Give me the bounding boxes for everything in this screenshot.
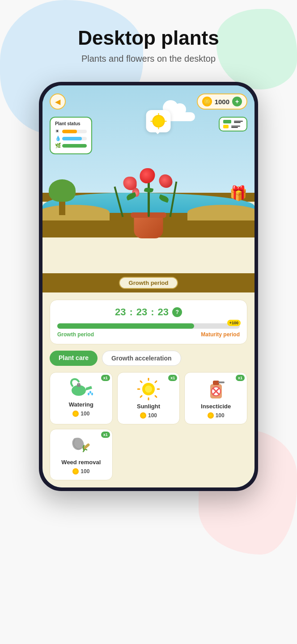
care-item-weed-removal[interactable]: x1 Weed removal 100 [50, 429, 113, 480]
sun-status-icon: ☀ [55, 128, 60, 134]
info-card [219, 117, 247, 131]
care-item-sunlight[interactable]: x1 Sunlight 100 [117, 372, 180, 424]
plant-container [134, 216, 163, 238]
svg-point-1 [89, 391, 91, 394]
sunlight-badge: x1 [168, 375, 177, 381]
maturity-period-label: Maturity period [201, 331, 240, 338]
weed-removal-cost-amount: 100 [81, 468, 89, 475]
svg-point-14 [145, 386, 152, 393]
weed-removal-cost: 100 [72, 468, 89, 475]
app-subtitle: Plants and flowers on the desktop [81, 54, 216, 64]
timer-seconds: 23 [158, 306, 169, 318]
care-items-grid: x1 Watering 100 [50, 372, 247, 424]
plant-status-panel: Plant status ☀ 💧 🌿 [50, 117, 92, 154]
svg-line-11 [155, 381, 157, 382]
care-tabs: Plant care Growth acceleration [50, 351, 247, 366]
growth-progress-bar: +100 [57, 323, 240, 329]
growth-period-label: Growth period [57, 331, 94, 338]
weed-removal-cost-coin [72, 468, 79, 475]
insecticide-name: Insecticide [201, 403, 231, 410]
status-row-water: 💧 [55, 136, 87, 141]
svg-rect-4 [77, 384, 81, 387]
tab-growth-acceleration[interactable]: Growth acceleration [102, 351, 181, 366]
speech-bubble [146, 110, 171, 132]
care-item-insecticide[interactable]: x1 Insecticide 100 [184, 372, 247, 424]
svg-point-2 [91, 393, 93, 395]
care-items-row2: x1 Weed removal 100 [50, 429, 247, 480]
status-row-leaf: 🌿 [55, 143, 87, 148]
sunlight-cost-coin [140, 412, 146, 419]
sunlight-icon [137, 378, 160, 400]
svg-point-3 [88, 393, 89, 395]
sunlight-cost-amount: 100 [148, 412, 157, 419]
coin-icon: 🪙 [202, 97, 212, 106]
tab-plant-care[interactable]: Plant care [50, 351, 98, 366]
growth-period-badge: Growth period [119, 277, 178, 289]
back-arrow-icon: ◀ [55, 97, 60, 106]
leaf-status-icon: 🌿 [55, 143, 60, 148]
timer-section: 23 : 23 : 23 ? +100 Growth period Maturi… [50, 300, 247, 344]
timer-minutes: 23 [136, 306, 147, 318]
sunlight-name: Sunlight [137, 403, 160, 410]
watering-cost-coin [72, 411, 79, 417]
insecticide-cost-coin [208, 412, 214, 419]
tree-left [49, 179, 76, 215]
svg-line-12 [140, 396, 142, 397]
watering-cost: 100 [72, 411, 89, 417]
watering-badge: x1 [101, 375, 110, 381]
care-item-watering[interactable]: x1 Watering 100 [50, 372, 113, 424]
growth-period-bar: Growth period [42, 273, 255, 292]
svg-line-13 [155, 396, 157, 397]
insecticide-icon [206, 378, 226, 400]
phone-mockup: ◀ 🪙 1000 + Plant status ☀ [39, 82, 258, 491]
svg-rect-17 [218, 381, 225, 383]
add-coins-button[interactable]: + [232, 97, 242, 106]
progress-labels: Growth period Maturity period [57, 331, 240, 338]
sunlight-cost: 100 [140, 412, 157, 419]
weed-removal-name: Weed removal [61, 459, 101, 466]
gift-icon[interactable]: 🎁 [229, 185, 247, 202]
game-screen: ◀ 🪙 1000 + Plant status ☀ [42, 85, 255, 273]
weed-removal-icon [70, 435, 92, 456]
progress-badge: +100 [227, 320, 241, 326]
insecticide-badge: x1 [236, 375, 245, 381]
coin-display: 🪙 1000 + [197, 93, 247, 110]
water-status-icon: 💧 [55, 136, 60, 141]
timer-hours: 23 [115, 306, 126, 318]
timer-help-button[interactable]: ? [172, 307, 182, 317]
watering-icon [69, 378, 93, 398]
plant-status-title: Plant status [55, 121, 87, 126]
status-row-sun: ☀ [55, 128, 87, 134]
app-title: Desktop plants [78, 27, 219, 49]
coin-amount: 1000 [215, 98, 229, 106]
insecticide-cost-amount: 100 [216, 412, 225, 419]
weed-removal-badge: x1 [101, 432, 110, 438]
svg-line-10 [140, 381, 142, 382]
back-arrow-button[interactable]: ◀ [50, 93, 66, 110]
progress-fill [57, 323, 194, 329]
insecticide-cost: 100 [208, 412, 225, 419]
watering-cost-amount: 100 [81, 411, 89, 417]
bottom-panel: 23 : 23 : 23 ? +100 Growth period Maturi… [42, 292, 255, 487]
timer-display: 23 : 23 : 23 ? [57, 306, 240, 318]
watering-name: Watering [69, 401, 93, 408]
svg-rect-16 [213, 381, 219, 385]
